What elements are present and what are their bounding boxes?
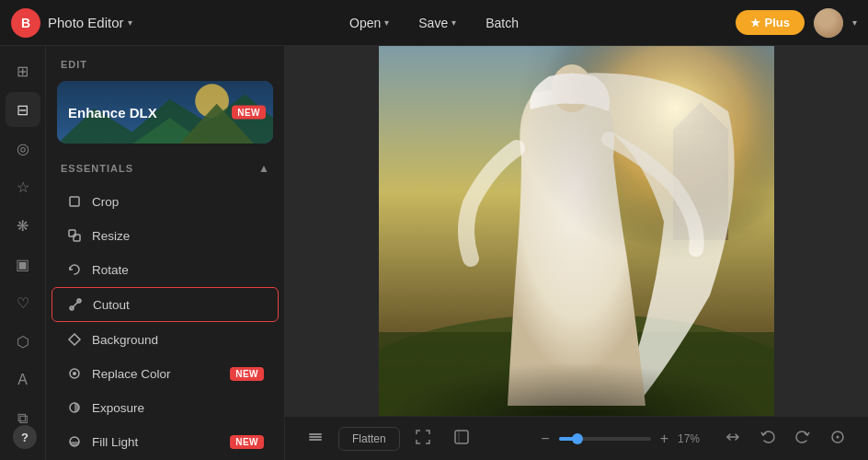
svg-point-12 [73, 372, 76, 375]
zoom-value: 17% [678, 432, 710, 445]
sidebar-item-text[interactable]: A [6, 362, 40, 397]
open-menu[interactable]: Open ▾ [337, 10, 402, 36]
minus-icon: − [541, 431, 549, 446]
crop-icon [66, 193, 83, 210]
enhance-new-badge: NEW [232, 106, 266, 120]
svg-rect-5 [70, 197, 79, 206]
shape-icon: ⬡ [17, 333, 29, 351]
sidebar-item-heart[interactable]: ♡ [6, 285, 40, 320]
gallery-icon: ⊞ [17, 63, 29, 80]
background-icon [66, 331, 83, 348]
save-chevron-icon: ▾ [451, 17, 456, 28]
expand-icon [415, 429, 431, 449]
edit-section-label: EDIT [46, 46, 284, 77]
heart-icon: ♡ [17, 294, 29, 312]
flip-icon [725, 429, 741, 449]
undo-icon [760, 429, 776, 449]
enhance-card-label: Enhance DLX [68, 105, 157, 121]
zoom-out-button[interactable]: − [537, 428, 553, 450]
icon-sidebar: ⊞ ⊟ ◎ ☆ ❋ ▣ ♡ ⬡ A ⧉ ? [0, 46, 46, 460]
app-logo[interactable]: B [11, 8, 40, 38]
layers-icon [307, 429, 324, 449]
sidebar-item-favorites[interactable]: ☆ [6, 169, 40, 204]
fill-light-icon [66, 433, 83, 450]
photo-image [379, 46, 774, 416]
enhance-dlx-card[interactable]: Enhance DLX NEW [57, 81, 273, 144]
sidebar-item-view[interactable]: ◎ [6, 131, 40, 166]
avatar-chevron-icon[interactable]: ▾ [852, 17, 857, 28]
star-icon: ★ [750, 17, 760, 29]
resize-icon [66, 227, 83, 244]
sidebar-item-nodes[interactable]: ❋ [6, 208, 40, 243]
replace-color-label: Replace Color [92, 367, 221, 381]
flip-button[interactable] [717, 423, 748, 454]
eye-icon: ◎ [17, 140, 29, 157]
canvas-area: Flatten [285, 46, 868, 460]
plus-button[interactable]: ★ Plus [736, 10, 805, 35]
exposure-label: Exposure [92, 401, 264, 415]
photo-container [379, 46, 774, 416]
batch-button[interactable]: Batch [473, 10, 531, 36]
sidebar-item-adjust[interactable]: ⊟ [6, 92, 40, 127]
menu-item-fill-light[interactable]: Fill Light NEW [51, 425, 279, 458]
flatten-button[interactable]: Flatten [338, 427, 400, 451]
save-menu[interactable]: Save ▾ [405, 10, 469, 36]
help-button[interactable]: ? [13, 425, 37, 449]
svg-rect-25 [309, 436, 322, 438]
nodes-icon: ❋ [17, 217, 29, 235]
main-area: ⊞ ⊟ ◎ ☆ ❋ ▣ ♡ ⬡ A ⧉ ? [0, 46, 868, 460]
replace-color-icon [66, 365, 83, 382]
history-button[interactable] [822, 423, 853, 454]
essentials-header: ESSENTIALS ▲ [46, 155, 284, 182]
zoom-slider[interactable] [559, 437, 651, 441]
menu-item-resize[interactable]: Resize [51, 219, 279, 252]
fill-light-label: Fill Light [92, 435, 221, 449]
menu-item-exposure[interactable]: Exposure [51, 391, 279, 424]
zoom-in-button[interactable]: + [657, 428, 672, 450]
cutout-icon [67, 296, 84, 313]
menu-item-background[interactable]: Background [51, 323, 279, 356]
redo-icon [794, 429, 811, 449]
bottom-toolbar: Flatten [285, 416, 868, 460]
toolbar-right-icons [717, 423, 853, 454]
zoom-controls: − + 17% [537, 428, 710, 450]
redo-button[interactable] [787, 423, 818, 454]
sidebar-item-gallery[interactable]: ⊞ [6, 53, 40, 88]
history-icon [829, 429, 846, 449]
canvas-content[interactable] [285, 46, 868, 416]
crop-label: Crop [92, 195, 264, 209]
app-title[interactable]: Photo Editor ▾ [48, 15, 132, 30]
topbar-right: ★ Plus ▾ [736, 8, 857, 38]
svg-rect-24 [309, 433, 322, 435]
sliders-icon: ⊟ [17, 101, 29, 119]
svg-rect-26 [309, 439, 322, 441]
sidebar-item-frame[interactable]: ▣ [6, 247, 40, 282]
essentials-collapse-icon[interactable]: ▲ [258, 162, 269, 175]
svg-point-30 [837, 435, 839, 438]
svg-rect-7 [74, 235, 80, 241]
undo-button[interactable] [752, 423, 783, 454]
expand-button[interactable] [407, 423, 439, 454]
zoom-slider-thumb[interactable] [572, 433, 583, 444]
edit-panel: EDIT [46, 46, 285, 460]
resize-label: Resize [92, 229, 264, 243]
menu-item-rotate[interactable]: Rotate [51, 253, 279, 286]
plus-icon: + [660, 431, 668, 446]
frame-icon: ▣ [16, 256, 29, 273]
menu-item-cutout[interactable]: Cutout [51, 287, 279, 322]
text-icon: A [17, 372, 28, 388]
menu-item-replace-color[interactable]: Replace Color NEW [51, 357, 279, 390]
sidebar-item-shape[interactable]: ⬡ [6, 324, 40, 359]
layers-button[interactable] [300, 423, 331, 454]
svg-rect-23 [379, 295, 774, 416]
menu-item-crop[interactable]: Crop [51, 185, 279, 218]
rotate-icon [66, 261, 83, 278]
replace-color-badge: NEW [230, 367, 264, 381]
svg-line-8 [71, 300, 80, 309]
avatar[interactable] [814, 8, 843, 38]
svg-rect-6 [69, 230, 75, 236]
fullscreen-button[interactable] [446, 423, 477, 454]
topbar-nav: Open ▾ Save ▾ Batch [337, 10, 531, 36]
fullscreen-icon [453, 429, 470, 449]
star-icon: ☆ [17, 178, 29, 196]
